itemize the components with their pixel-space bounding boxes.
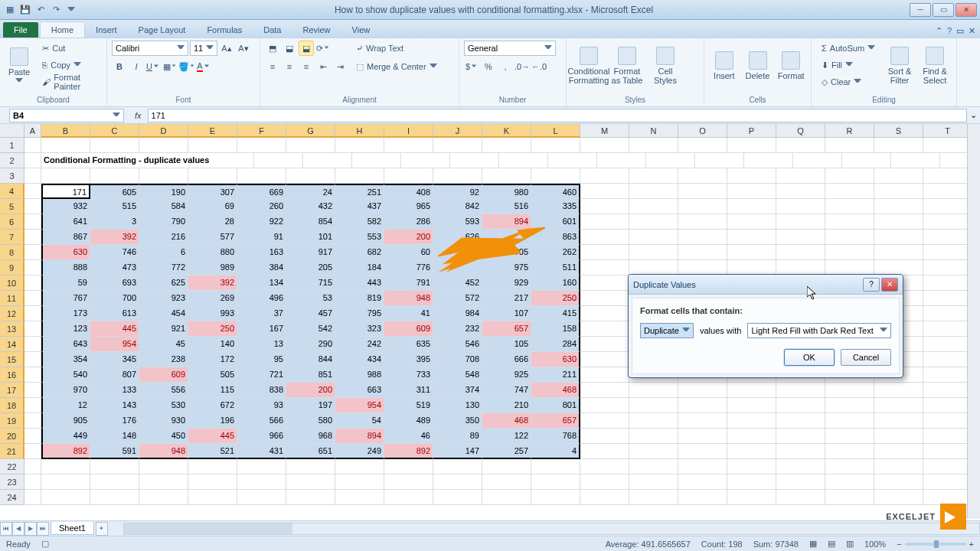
cell[interactable]: 546 [433, 337, 482, 352]
cell[interactable]: 176 [90, 413, 139, 429]
cell[interactable]: 922 [237, 214, 286, 230]
cell[interactable] [629, 398, 678, 413]
cell[interactable] [24, 321, 41, 337]
cell[interactable] [139, 490, 188, 505]
cell[interactable]: 888 [41, 260, 90, 276]
sort-filter-button[interactable]: Sort & Filter [884, 41, 916, 91]
format-painter-button[interactable]: 🖌 Format Painter [37, 74, 102, 90]
comma-icon[interactable]: , [498, 59, 513, 74]
window-close-icon[interactable]: ✕ [969, 26, 975, 36]
cell[interactable]: 747 [482, 383, 531, 398]
cell[interactable]: 101 [286, 230, 335, 245]
row-header[interactable]: 13 [0, 321, 24, 337]
row-header[interactable]: 12 [0, 306, 24, 321]
cell[interactable]: 93 [237, 398, 286, 413]
cell[interactable] [891, 153, 940, 168]
paste-button[interactable]: Paste [5, 41, 34, 91]
row-header[interactable]: 2 [0, 153, 24, 168]
cell[interactable]: 566 [237, 413, 286, 429]
cell[interactable]: 591 [90, 444, 139, 459]
insert-cells-button[interactable]: Insert [709, 41, 740, 91]
cell[interactable] [678, 429, 727, 444]
cell[interactable] [629, 383, 678, 398]
tab-page-layout[interactable]: Page Layout [128, 22, 197, 37]
cell[interactable] [678, 413, 727, 429]
align-right-icon[interactable]: ≡ [299, 59, 314, 74]
cell[interactable]: 556 [139, 383, 188, 398]
cell[interactable]: 844 [286, 352, 335, 367]
font-name-combo[interactable]: Calibri [112, 41, 188, 56]
cell[interactable]: 460 [531, 184, 580, 199]
cell[interactable]: 468 [531, 383, 580, 398]
cell[interactable]: 345 [90, 352, 139, 367]
cell[interactable]: 489 [384, 413, 433, 429]
row-header[interactable]: 17 [0, 383, 24, 398]
cell[interactable] [678, 199, 727, 214]
cell[interactable] [237, 168, 286, 184]
cell[interactable] [923, 214, 972, 230]
tab-home[interactable]: Home [40, 21, 85, 37]
cell[interactable] [188, 474, 237, 490]
cell[interactable] [482, 474, 531, 490]
row-header[interactable]: 20 [0, 429, 24, 444]
border-button[interactable]: ▦ [162, 59, 178, 74]
align-middle-icon[interactable]: ⬓ [282, 41, 297, 56]
cell[interactable]: 851 [286, 367, 335, 383]
horizontal-scrollbar[interactable] [123, 523, 980, 535]
row-header[interactable]: 4 [0, 184, 24, 199]
cell[interactable] [727, 138, 776, 153]
cell[interactable]: 250 [188, 321, 237, 337]
cell[interactable]: 867 [41, 230, 90, 245]
cell[interactable] [41, 138, 90, 153]
cell[interactable] [24, 199, 41, 214]
cell[interactable]: 445 [188, 429, 237, 444]
clear-button[interactable]: ◇ Clear [816, 74, 880, 90]
cell[interactable] [678, 168, 727, 184]
cell[interactable] [629, 138, 678, 153]
cell[interactable] [923, 413, 972, 429]
cell[interactable] [825, 459, 874, 474]
row-header[interactable]: 14 [0, 337, 24, 352]
cell[interactable] [923, 245, 972, 260]
cell[interactable]: 854 [286, 214, 335, 230]
column-header[interactable]: L [531, 124, 580, 138]
cell[interactable] [825, 398, 874, 413]
cell[interactable]: 790 [139, 214, 188, 230]
decrease-decimal-icon[interactable]: ←.0 [531, 59, 547, 74]
cell[interactable]: 921 [139, 321, 188, 337]
format-style-combo[interactable]: Light Red Fill with Dark Red Text [747, 323, 891, 338]
cell[interactable]: 323 [335, 321, 384, 337]
cell[interactable] [923, 429, 972, 444]
cell[interactable] [580, 276, 629, 291]
tab-review[interactable]: Review [292, 22, 341, 37]
cell[interactable]: 143 [90, 398, 139, 413]
cell[interactable] [286, 459, 335, 474]
cell[interactable] [874, 490, 923, 505]
cell[interactable] [580, 260, 629, 276]
cell[interactable] [678, 474, 727, 490]
cell[interactable] [776, 184, 825, 199]
minimize-ribbon-icon[interactable]: ⌃ [936, 26, 942, 36]
cell[interactable] [433, 168, 482, 184]
cell[interactable] [139, 474, 188, 490]
cell[interactable] [237, 138, 286, 153]
cell[interactable]: 431 [237, 444, 286, 459]
cell[interactable] [482, 490, 531, 505]
cell[interactable] [923, 306, 972, 321]
cell[interactable] [548, 153, 597, 168]
cell[interactable] [237, 459, 286, 474]
cell[interactable] [923, 474, 972, 490]
cell[interactable] [352, 153, 401, 168]
undo-icon[interactable]: ↶ [34, 3, 47, 17]
cell[interactable]: 768 [531, 429, 580, 444]
cell[interactable]: 917 [286, 245, 335, 260]
cell[interactable] [24, 184, 41, 199]
cell[interactable]: 605 [90, 184, 139, 199]
cell[interactable]: Conditional Formatting - duplicate value… [41, 153, 254, 168]
cell[interactable] [727, 444, 776, 459]
zoom-slider[interactable]: − + [897, 540, 974, 549]
cell[interactable] [139, 168, 188, 184]
dialog-help-button[interactable]: ? [863, 278, 880, 292]
cell[interactable] [678, 383, 727, 398]
cell[interactable]: 251 [335, 184, 384, 199]
